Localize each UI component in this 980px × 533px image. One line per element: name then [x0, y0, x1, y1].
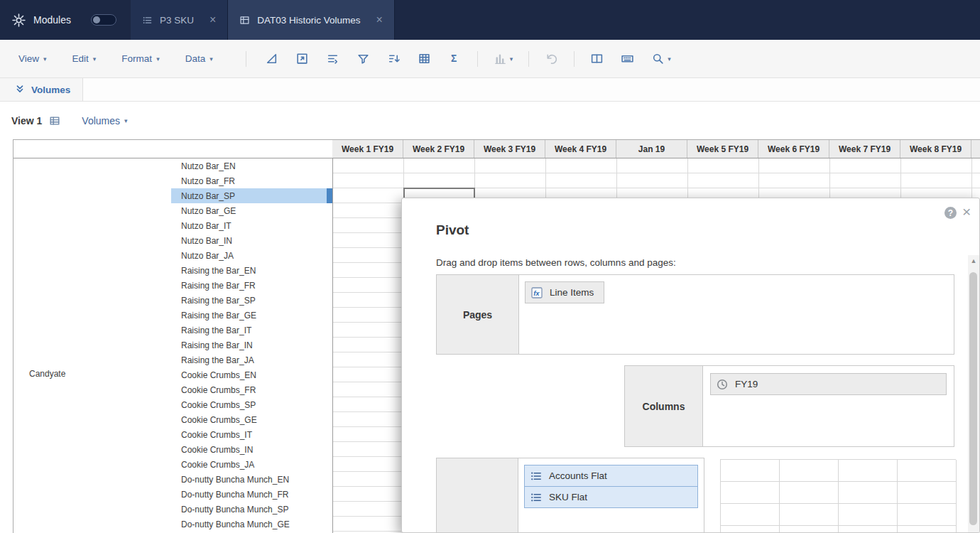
menu-bar: View▾Edit▾Format▾Data▾ — [18, 53, 239, 64]
list-icon — [142, 15, 153, 26]
pivot-preview-grid — [720, 459, 956, 533]
row-label[interactable]: Nutzo Bar_GE — [171, 203, 332, 218]
column-headers: Week 1 FY19Week 2 FY19Week 3 FY19Week 4 … — [332, 140, 980, 158]
column-header-week-6-fy19[interactable]: Week 6 FY19 — [758, 140, 829, 158]
columns-label: Columns — [625, 366, 703, 446]
caret-down-icon: ▾ — [510, 55, 513, 63]
caret-down-icon: ▾ — [43, 55, 47, 63]
view-name-label: View 1 — [11, 115, 42, 126]
page-selector-volumes[interactable]: Volumes ▾ — [82, 115, 127, 126]
row-label[interactable]: Cookie Crumbs_JA — [171, 457, 332, 472]
row-label[interactable]: Do-nutty Buncha Munch_EN — [171, 472, 332, 487]
modules-toggle[interactable] — [91, 14, 116, 26]
help-icon[interactable]: ? — [944, 207, 957, 219]
app-title: Modules — [33, 14, 71, 26]
row-label[interactable]: Cookie Crumbs_EN — [171, 367, 332, 382]
dialog-scrollbar[interactable]: ▲ — [968, 255, 979, 532]
preview-cell — [721, 526, 780, 533]
row-label[interactable]: Do-nutty Buncha Munch_SP — [171, 502, 332, 517]
menu-format[interactable]: Format▾ — [121, 53, 159, 64]
gear-icon[interactable] — [12, 14, 26, 27]
list-icon — [530, 470, 543, 483]
column-header-week-2-fy19[interactable]: Week 2 FY19 — [403, 140, 474, 158]
menu-edit[interactable]: Edit▾ — [72, 53, 97, 64]
sum-icon[interactable]: Σ — [448, 52, 462, 65]
tab-close-icon[interactable]: × — [376, 14, 383, 26]
pivot-item-label: FY19 — [735, 379, 758, 389]
svg-text:fx: fx — [533, 289, 540, 296]
row-group-label: Candyate — [29, 369, 65, 379]
row-label[interactable]: Raising the Bar_IN — [171, 338, 332, 352]
close-icon[interactable]: × — [962, 204, 971, 219]
row-label[interactable]: Raising the Bar_SP — [171, 293, 332, 308]
toolbar: View▾Edit▾Format▾Data▾ Σ▾▾ — [0, 40, 980, 78]
pivot-item-fy19[interactable]: FY19 — [710, 373, 947, 395]
pivot-item-sku-flat[interactable]: SKU Flat — [524, 486, 698, 508]
preview-cell — [898, 482, 957, 504]
column-header-week-8-fy19[interactable]: Week 8 FY19 — [900, 140, 971, 158]
pivot-rows-icon[interactable] — [326, 52, 339, 65]
columns-drop-zone[interactable]: Columns FY19 — [624, 365, 954, 447]
formula-input[interactable] — [82, 78, 980, 101]
preview-cell — [780, 526, 839, 533]
row-label[interactable]: Cookie Crumbs_IN — [171, 442, 332, 457]
row-label[interactable]: Raising the Bar_EN — [171, 263, 332, 278]
column-header-week-4-fy19[interactable]: Week 4 FY19 — [545, 140, 616, 158]
double-chevron-down-icon[interactable] — [14, 84, 26, 95]
row-label[interactable]: Raising the Bar_GE — [171, 308, 332, 323]
menu-label: Data — [185, 53, 206, 64]
row-label[interactable]: Nutzo Bar_SP — [171, 188, 332, 203]
row-label[interactable]: Cookie Crumbs_FR — [171, 382, 332, 397]
row-label[interactable]: Nutzo Bar_EN — [171, 158, 332, 173]
formula-bar: Volumes — [0, 78, 980, 102]
keyboard-icon[interactable] — [621, 52, 634, 65]
menu-data[interactable]: Data▾ — [185, 53, 213, 64]
filter-icon[interactable] — [356, 52, 370, 65]
preview-cell — [839, 482, 898, 504]
column-header-week-5-fy19[interactable]: Week 5 FY19 — [687, 140, 758, 158]
grid-cells-icon[interactable] — [418, 52, 431, 65]
scroll-up-icon[interactable]: ▲ — [968, 257, 979, 264]
preview-cell — [898, 460, 957, 482]
freeze-panes-icon[interactable] — [265, 52, 278, 65]
column-header-jan-19[interactable]: Jan 19 — [616, 140, 687, 158]
rows-drop-zone[interactable]: Accounts FlatSKU Flat — [436, 458, 704, 533]
row-label[interactable]: Cookie Crumbs_SP — [171, 397, 332, 412]
row-label[interactable]: Cookie Crumbs_IT — [171, 427, 332, 442]
tab-dat03-historic-volumes[interactable]: DAT03 Historic Volumes× — [228, 0, 395, 40]
sort-icon[interactable] — [387, 52, 401, 65]
column-header-week-7-fy19[interactable]: Week 7 FY19 — [829, 140, 900, 158]
view-bar: View 1 Volumes ▾ — [0, 102, 980, 139]
scrollbar-thumb[interactable] — [969, 272, 977, 525]
row-label[interactable]: Do-nutty Buncha Munch_GE — [171, 517, 332, 532]
line-items-icon: fx — [530, 286, 543, 299]
column-header-week-1-fy19[interactable]: Week 1 FY19 — [332, 140, 403, 158]
data-row[interactable] — [333, 173, 980, 188]
tab-close-icon[interactable]: × — [209, 14, 216, 26]
data-row[interactable] — [333, 158, 980, 173]
row-label[interactable]: Nutzo Bar_JA — [171, 248, 332, 263]
search-icon[interactable]: ▾ — [651, 52, 671, 65]
split-panel-icon[interactable] — [590, 52, 604, 65]
preview-cell — [721, 482, 780, 504]
pages-label: Pages — [437, 275, 519, 354]
caret-down-icon: ▾ — [124, 117, 128, 124]
row-label[interactable]: Nutzo Bar_FR — [171, 173, 332, 188]
row-label[interactable]: Nutzo Bar_IN — [171, 233, 332, 248]
column-header-week-3-fy19[interactable]: Week 3 FY19 — [474, 140, 545, 158]
pivot-item-accounts-flat[interactable]: Accounts Flat — [524, 465, 698, 487]
toggle-knob — [93, 16, 100, 23]
tab-p3-sku[interactable]: P3 SKU× — [131, 0, 228, 40]
row-label[interactable]: Cookie Crumbs_GE — [171, 412, 332, 427]
view-grid-icon[interactable] — [49, 115, 60, 126]
pivot-item-line-items[interactable]: fxLine Items — [525, 281, 604, 303]
pages-drop-zone[interactable]: Pages fxLine Items — [436, 274, 954, 355]
row-label[interactable]: Nutzo Bar_IT — [171, 218, 332, 233]
row-label[interactable]: Raising the Bar_FR — [171, 278, 332, 293]
row-labels: Nutzo Bar_ENNutzo Bar_FRNutzo Bar_SPNutz… — [171, 158, 332, 533]
row-label[interactable]: Raising the Bar_IT — [171, 323, 332, 338]
menu-view[interactable]: View▾ — [18, 53, 47, 64]
open-view-icon[interactable] — [295, 52, 309, 65]
row-label[interactable]: Do-nutty Buncha Munch_FR — [171, 487, 332, 502]
row-label[interactable]: Raising the Bar_JA — [171, 352, 332, 367]
